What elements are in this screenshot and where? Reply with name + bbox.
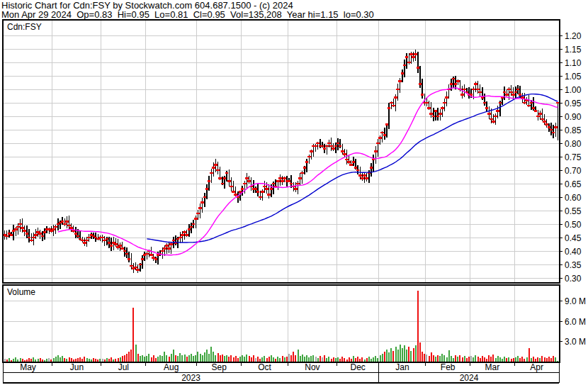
close-tick [10,234,13,236]
volume-bar [22,359,23,362]
volume-bar [64,358,65,362]
volume-bar [437,355,439,362]
close-tick [478,91,482,94]
volume-bar [217,353,219,362]
volume-bar [202,355,203,362]
volume-bar [464,356,465,362]
month-label: Aug [164,362,179,372]
close-tick [378,137,382,139]
volume-bar [93,358,94,362]
volume-bar [550,358,552,362]
price-tick-label: 1.10 [565,58,582,68]
volume-bar [66,359,67,362]
close-tick [32,237,35,239]
volume-tick-label: 6.0 M [565,317,586,327]
close-tick [398,80,402,82]
volume-bar [539,358,541,362]
volume-bar [528,348,530,362]
close-tick [34,234,38,236]
volume-bar [462,357,463,362]
volume-bar [261,357,263,362]
close-tick [343,153,346,155]
volume-bar [106,358,108,362]
close-tick [441,107,444,109]
close-tick [380,132,384,134]
volume-bar [81,359,83,362]
price-tick-label: 0.45 [565,233,582,243]
close-tick [316,143,320,145]
volume-bar [392,351,394,362]
volume-bar [366,358,368,362]
volume-bar [130,350,132,362]
close-tick [296,183,300,185]
volume-bar [210,347,212,362]
volume-bar [546,358,548,362]
symbol-label: Cdn:FSY [7,22,42,32]
volume-bar [526,357,528,362]
volume-bar [20,358,21,362]
close-tick [421,94,424,96]
volume-bar [511,359,512,362]
volume-bar [191,354,192,362]
volume-bar [120,357,121,362]
volume-bar [517,356,519,362]
volume-bar [279,358,281,362]
close-tick [385,123,389,125]
close-tick [74,233,78,235]
close-tick [239,191,242,193]
close-tick [14,228,18,230]
close-tick [352,161,356,163]
close-tick [511,94,515,96]
volume-bar [508,357,509,362]
volume-bar [524,359,525,362]
volume-bar [28,358,30,362]
month-label: Jun [70,362,84,372]
close-tick [63,223,67,225]
close-tick [218,177,222,179]
volume-bar [357,357,358,362]
close-tick [192,223,196,225]
close-tick [392,105,395,107]
volume-bar [337,357,339,362]
close-tick [196,213,200,215]
month-label: Nov [305,362,320,372]
volume-bar [310,356,312,362]
volume-bar [140,356,141,362]
volume-bar [349,357,350,362]
close-tick [43,231,47,233]
close-tick [310,150,313,152]
volume-bar [239,357,241,362]
volume-bar [417,291,419,362]
close-tick [503,91,507,94]
volume-bar [328,357,329,362]
volume-bar [204,352,205,362]
close-tick [16,226,20,228]
price-tick-label: 0.50 [565,220,582,230]
close-tick [521,96,524,99]
volume-bar [535,359,536,362]
price-bars [3,50,559,273]
close-tick [358,174,362,177]
close-tick [290,183,293,185]
month-label: Dec [351,362,366,372]
volume-bar [137,354,139,362]
volume-bar [451,356,452,362]
close-tick [87,237,91,239]
volume-bar [375,356,376,362]
volume-bar [477,357,479,362]
close-tick [427,107,431,109]
close-tick [552,132,555,134]
close-tick [363,174,366,177]
close-tick [172,240,176,242]
close-tick [77,235,80,238]
close-tick [376,143,380,145]
close-tick [509,91,513,94]
volume-bar [124,355,125,362]
close-tick [300,172,304,174]
close-tick [154,258,158,260]
volume-tick-label: 9.0 M [565,296,586,306]
volume-bar [77,358,79,362]
volume-bar [148,354,149,362]
volume-bar [397,350,399,362]
close-tick [374,150,378,152]
